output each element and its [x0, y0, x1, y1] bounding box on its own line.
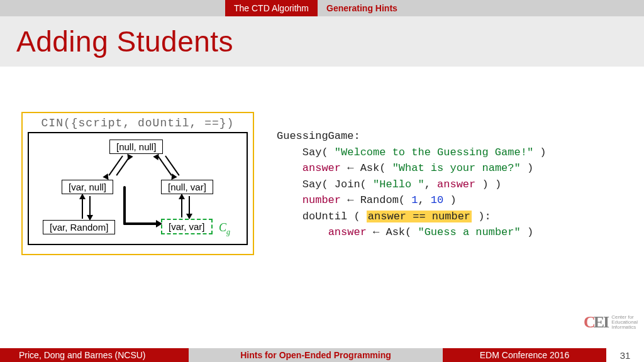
state-null-var: [null, var] — [161, 180, 213, 194]
diagram-header: CIN({script, doUntil, ==}) — [28, 117, 248, 129]
code-snippet: GuessingGame: Say( "Welcome to the Guess… — [277, 128, 547, 241]
page-title: Adding Students — [16, 25, 233, 58]
slide-body: CIN({script, doUntil, ==}) [null, null] … — [0, 67, 644, 348]
tab-ctd-algorithm[interactable]: The CTD Algorithm — [225, 0, 318, 16]
state-var-random: [var, Random] — [43, 220, 115, 234]
footer-authors: Price, Dong and Barnes (NCSU) — [0, 348, 189, 362]
title-band: Adding Students — [0, 16, 644, 67]
cei-logo: CEI Center for Educational Informatics — [584, 313, 638, 332]
state-var-var-goal: [var, var] — [161, 219, 213, 234]
state-var-null: [var, null] — [62, 180, 113, 194]
highlighted-condition: answer == number — [367, 211, 472, 222]
footer-bar: Price, Dong and Barnes (NCSU) Hints for … — [0, 348, 644, 362]
diagram-panel: CIN({script, doUntil, ==}) [null, null] … — [21, 112, 254, 255]
footer-title: Hints for Open-Ended Programming — [189, 348, 443, 362]
goal-label: Cg — [219, 221, 230, 237]
breadcrumb-bar: The CTD Algorithm Generating Hints — [0, 0, 644, 16]
footer-venue: EDM Conference 2016 — [443, 348, 606, 362]
state-graph: [null, null] [var, null] [null, var] [va… — [28, 132, 248, 245]
state-null-null: [null, null] — [109, 140, 163, 154]
tab-generating-hints[interactable]: Generating Hints — [318, 0, 406, 16]
page-number: 31 — [606, 348, 644, 362]
